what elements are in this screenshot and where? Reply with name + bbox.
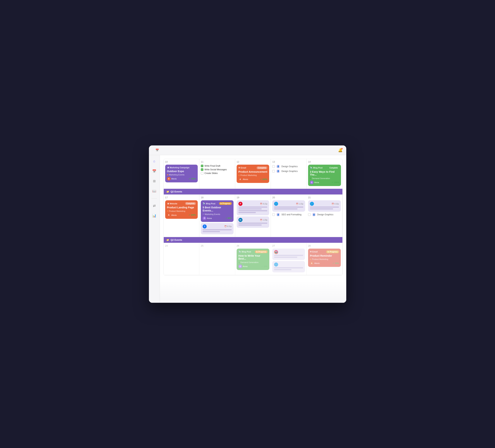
card-title: Product Landing Page [167, 206, 196, 209]
subtitle-text: Product Marketing [240, 174, 257, 176]
card-type-icon: 📡 [238, 251, 241, 253]
unassigned-task[interactable]: 👤 Design Graphics [308, 213, 341, 217]
card-subtitle: Marketing Events [203, 213, 232, 215]
content-line [238, 224, 262, 226]
event-card[interactable]: 📡 Blog Post In Progress How to Write You… [237, 249, 270, 270]
content-lines [274, 206, 303, 209]
card-badge: In Progress [326, 250, 339, 253]
card-type-icon: 🖥 [167, 166, 169, 169]
subtitle-dot [238, 175, 240, 176]
card-title: Outdoor Expo [167, 170, 196, 173]
day-number: 21 [308, 196, 341, 199]
card-type-icon: ✉ [310, 251, 312, 253]
instagram-icon: 📷 [274, 250, 278, 254]
twitter-icon: 🐦 [310, 202, 314, 206]
card-type: ✉ Email [310, 251, 317, 253]
facebook-icon: f [203, 224, 207, 229]
progress-label: ✓ 60% [225, 217, 232, 219]
card-header: 📡 Blog Post In Progress [203, 202, 232, 205]
notification-button[interactable]: 🔔 [338, 148, 343, 152]
social-card[interactable]: f ⏰ 8:31p [201, 223, 234, 234]
event-card[interactable]: ✉ Email Complete Product Announcement Pr… [237, 165, 269, 183]
task-item[interactable]: Write Social Messages [201, 168, 234, 171]
event-card[interactable]: 📡 Blog Post In Progress 5 Best Outdoor E… [201, 200, 234, 222]
social-card[interactable]: 🐦 [272, 261, 305, 272]
sidebar-item-book[interactable]: 📖 [151, 188, 157, 194]
avatar-group: AAnna [310, 181, 319, 184]
card-footer: AAlexis ✓ 100% [167, 213, 196, 217]
avatar-label: Alexis [243, 178, 248, 180]
card-footer: AAnna ✓ 10% [238, 264, 268, 268]
header-left: 📅 [152, 148, 163, 152]
event-row-label: Q2 Events [171, 239, 182, 241]
subtitle-dot [310, 259, 311, 260]
card-title: Product Announcement [238, 170, 267, 173]
progress-label: ✓ 100% [189, 214, 196, 216]
sidebar-item-calendar[interactable]: 📅 [151, 168, 157, 174]
event-card[interactable]: 🖥 Website Complete Product Landing Page … [165, 200, 198, 219]
card-footer: AAlexis ✓ 100% [167, 177, 196, 181]
card-footer: AAlexis ✓ 15% [310, 261, 339, 265]
menu-button[interactable] [152, 150, 153, 151]
breadcrumb-calendar-icon: 📅 [155, 148, 159, 152]
day-cell: 27 📷 🐦 [271, 243, 307, 275]
day-number: 24 [165, 244, 198, 247]
event-card[interactable]: 📡 Blog Post Complete 3 Easy Ways to Find… [308, 165, 341, 186]
progress-label: ✓ 100% [332, 181, 339, 184]
unassigned-task-list: 👤 SEO and Formatting [272, 213, 305, 217]
unassigned-task[interactable]: 👤 Design Graphics [272, 169, 305, 173]
day-number: 17 [165, 196, 198, 199]
sidebar-item-home[interactable]: ⌂ [151, 158, 157, 165]
task-checkbox[interactable] [272, 170, 275, 173]
social-card[interactable]: 📷 [272, 249, 305, 260]
progress-label: ✓ 100% [189, 178, 196, 180]
unassigned-task[interactable]: 👤 Design Graphics [272, 165, 305, 168]
sidebar-item-grid[interactable]: ⊞ [151, 178, 157, 184]
content-lines [238, 223, 267, 226]
day-cell: 17 🖥 Website Complete Product Landing Pa… [164, 195, 200, 237]
task-item[interactable]: Write Final Draft [201, 165, 234, 167]
task-checkbox[interactable] [272, 213, 275, 216]
task-checkbox[interactable] [272, 165, 275, 168]
content-line [238, 208, 262, 209]
social-card[interactable]: 🐦 ⏰ 1:15p [272, 200, 305, 212]
social-card[interactable]: 🐦 ⏰ 4:15p [308, 200, 341, 212]
card-type: 📡 Blog Post [238, 251, 251, 253]
card-type-label: Email [312, 251, 317, 253]
event-row[interactable]: 📁 Q2 Events [164, 189, 343, 195]
card-title: 5 Best Outdoor Events... [203, 206, 232, 212]
content-line [274, 208, 298, 209]
time-label: ⏰ 4:15p [332, 203, 339, 205]
task-item[interactable]: Create Slides [201, 172, 234, 174]
card-footer: AAnna ✓ 100% [310, 181, 339, 184]
pinterest-icon: P [238, 202, 243, 206]
avatar-label: Anna [207, 217, 212, 219]
task-checkbox[interactable] [201, 165, 203, 167]
day-number: 27 [272, 244, 305, 247]
subtitle-dot [167, 210, 168, 212]
sidebar-item-chart[interactable]: 📊 [151, 212, 157, 219]
card-badge: Complete [257, 166, 267, 169]
task-label: Design Graphics [281, 170, 298, 173]
task-checkbox[interactable] [201, 172, 203, 174]
social-card-header: P ⏰ 8:15p [238, 202, 267, 206]
social-card[interactable]: in ⏰ 1:20p [237, 217, 269, 228]
social-card-header: in ⏰ 1:20p [238, 218, 267, 222]
day-number: 20 [272, 196, 305, 199]
notification-dot [341, 148, 343, 149]
task-checkbox[interactable] [308, 213, 311, 216]
event-card[interactable]: 🖥 Marketing Campaign Outdoor Expo Market… [165, 165, 198, 183]
sidebar-item-shuffle[interactable]: ⇄ [151, 202, 157, 209]
task-checkbox[interactable] [201, 168, 203, 171]
card-type-icon: 📡 [310, 167, 313, 169]
event-card[interactable]: ✉ Email In Progress Product Reminder Pro… [308, 249, 341, 267]
social-card[interactable]: P ⏰ 8:15p [237, 200, 269, 215]
avatar: A [203, 217, 206, 220]
unassigned-task[interactable]: 👤 SEO and Formatting [272, 213, 305, 217]
avatar-label: Alexis [314, 262, 320, 264]
time-label: ⏰ 8:15p [260, 203, 267, 205]
user-avatar-placeholder: 👤 [276, 169, 280, 173]
content-line [274, 257, 297, 258]
event-row[interactable]: 📁 Q2 Events [164, 237, 343, 243]
card-subtitle: Product Marketing [238, 174, 267, 176]
